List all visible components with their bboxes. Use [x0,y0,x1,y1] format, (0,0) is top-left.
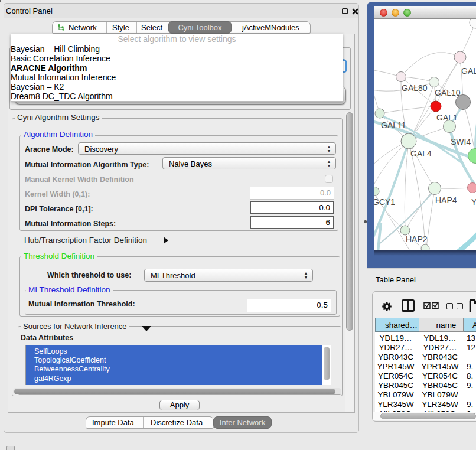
svg-text:GAL4: GAL4 [410,149,432,158]
svg-text:GAL10: GAL10 [435,88,461,97]
svg-text:SWI4: SWI4 [451,137,471,146]
svg-text:GAL: GAL [461,66,476,76]
svg-text:GAL11: GAL11 [381,120,406,130]
svg-text:HAP2: HAP2 [406,234,428,244]
svg-text:Y: Y [471,197,476,207]
svg-text:GCY1: GCY1 [374,197,395,207]
svg-text:GAL80: GAL80 [402,83,428,93]
svg-text:GAL1: GAL1 [436,113,458,122]
svg-text:HAP4: HAP4 [435,195,457,205]
